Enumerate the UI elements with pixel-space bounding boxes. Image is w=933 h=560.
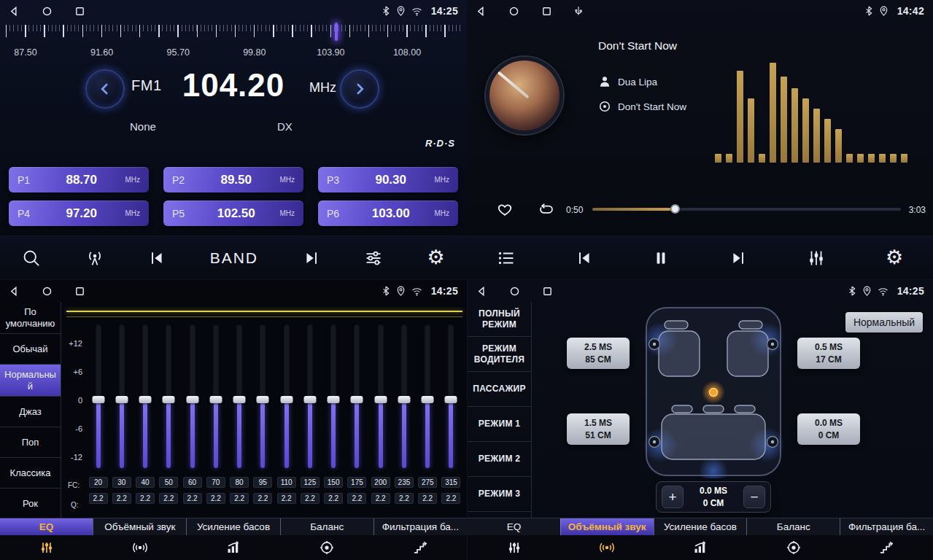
progress-bar[interactable] [592, 208, 901, 211]
sound-mode-item[interactable]: РЕЖИМ ВОДИТЕЛЯ [468, 337, 531, 372]
playlist-icon[interactable] [497, 249, 516, 268]
balance-icon[interactable] [747, 540, 840, 555]
eq-preset-item[interactable]: Классика [0, 458, 61, 489]
sound-mode-item[interactable]: РЕЖИМ 2 [468, 442, 531, 477]
eq-band-slider[interactable] [166, 325, 171, 468]
recents-icon[interactable] [74, 286, 85, 297]
sound-mode-item[interactable]: ПОЛНЫЙ РЕЖИМ [468, 302, 531, 337]
slider-handle[interactable] [445, 396, 457, 403]
eq-preset-item[interactable]: Обычай [0, 334, 61, 365]
slider-handle[interactable] [257, 396, 269, 403]
slider-handle[interactable] [92, 396, 104, 403]
settings-icon[interactable]: ⚙ [427, 248, 445, 268]
back-icon[interactable] [476, 6, 487, 17]
decrease-delay-button[interactable]: − [743, 486, 765, 508]
recents-icon[interactable] [542, 286, 553, 297]
tab-surround[interactable]: Объёмный звук [560, 518, 654, 535]
preset-button-p1[interactable]: P188.70MHz [9, 167, 149, 192]
eq-band-slider[interactable] [190, 325, 195, 468]
back-icon[interactable] [476, 286, 487, 297]
bass-boost-icon[interactable] [187, 540, 280, 555]
tune-settings-icon[interactable] [364, 249, 383, 268]
eq-band-slider[interactable] [143, 325, 147, 468]
tab-balance[interactable]: Баланс [746, 518, 840, 535]
increase-delay-button[interactable]: + [662, 486, 684, 508]
eq-preset-item[interactable]: Нормальный [0, 365, 61, 397]
tune-down-button[interactable] [85, 69, 125, 109]
scan-icon[interactable] [22, 249, 41, 268]
tab-eq[interactable]: EQ [468, 518, 560, 535]
sound-mode-item[interactable]: РЕЖИМ 1 [468, 407, 531, 442]
home-icon[interactable] [42, 6, 53, 17]
filter-icon[interactable] [840, 540, 933, 555]
slider-handle[interactable] [303, 396, 316, 403]
eq-preset-item[interactable]: Джаз [0, 397, 61, 427]
eq-band-slider[interactable] [237, 325, 241, 468]
back-icon[interactable] [9, 286, 20, 297]
slider-handle[interactable] [233, 396, 246, 403]
tune-up-button[interactable] [340, 69, 379, 109]
tab-bass-boost[interactable]: Усиление басов [654, 518, 747, 535]
frequency-scale[interactable]: 87.5091.6095.7099.80103.90108.00 [6, 25, 461, 60]
sound-preset-button[interactable]: Нормальный [845, 312, 923, 332]
band-button[interactable]: BAND [210, 249, 258, 267]
sound-mode-item[interactable]: ПАССАЖИР [468, 372, 531, 407]
recents-icon[interactable] [74, 6, 85, 17]
mixer-icon[interactable] [807, 249, 826, 268]
slider-handle[interactable] [209, 396, 222, 403]
tab-filter[interactable]: Фильтрация ба... [840, 518, 933, 535]
pause-icon[interactable] [652, 249, 670, 267]
tab-eq[interactable]: EQ [0, 518, 93, 535]
balance-icon[interactable] [280, 540, 373, 555]
filter-icon[interactable] [373, 540, 467, 555]
slider-handle[interactable] [280, 396, 293, 403]
eq-band-slider[interactable] [96, 325, 101, 468]
delay-rear-right[interactable]: 0.0 MS 0 CM [797, 413, 860, 445]
eq-preset-item[interactable]: Поп [0, 427, 61, 458]
slider-handle[interactable] [374, 396, 387, 403]
eq-band-slider[interactable] [402, 325, 406, 468]
repeat-icon[interactable] [537, 202, 556, 217]
home-icon[interactable] [508, 6, 519, 17]
eq-band-slider[interactable] [260, 325, 265, 468]
eq-band-slider[interactable] [308, 325, 312, 468]
delay-rear-left[interactable]: 1.5 MS 51 CM [567, 413, 630, 445]
tab-balance[interactable]: Баланс [280, 518, 373, 535]
preset-button-p3[interactable]: P390.30MHz [318, 167, 458, 192]
favorite-icon[interactable] [496, 201, 514, 217]
progress-knob[interactable] [670, 204, 680, 214]
previous-station-icon[interactable] [148, 249, 166, 267]
eq-band-slider[interactable] [120, 325, 124, 468]
slider-handle[interactable] [186, 396, 198, 403]
tab-bass-boost[interactable]: Усиление басов [186, 518, 279, 535]
slider-handle[interactable] [115, 396, 128, 403]
broadcast-icon[interactable] [85, 249, 104, 268]
eq-band-slider[interactable] [214, 325, 218, 468]
bass-boost-icon[interactable] [654, 540, 747, 555]
previous-track-icon[interactable] [576, 249, 593, 267]
tab-surround[interactable]: Объёмный звук [93, 518, 186, 535]
home-icon[interactable] [42, 286, 53, 297]
tab-filter[interactable]: Фильтрация ба... [373, 518, 467, 535]
preset-button-p4[interactable]: P497.20MHz [9, 201, 149, 226]
home-icon[interactable] [509, 286, 520, 297]
eq-icon[interactable] [0, 540, 93, 555]
back-icon[interactable] [9, 6, 20, 17]
surround-icon[interactable] [561, 540, 654, 555]
eq-band-slider[interactable] [449, 325, 453, 468]
eq-band-slider[interactable] [284, 325, 289, 468]
slider-handle[interactable] [351, 396, 363, 403]
slider-handle[interactable] [163, 396, 175, 403]
slider-handle[interactable] [398, 396, 410, 403]
preset-button-p2[interactable]: P289.50MHz [163, 167, 303, 192]
slider-handle[interactable] [422, 396, 434, 403]
eq-preset-item[interactable]: Рок [0, 489, 61, 519]
slider-handle[interactable] [328, 396, 340, 403]
preset-button-p5[interactable]: P5102.50MHz [163, 201, 303, 226]
eq-band-slider[interactable] [379, 325, 383, 468]
eq-preset-item[interactable]: По умолчанию [0, 302, 61, 334]
surround-icon[interactable] [93, 540, 187, 555]
delay-front-left[interactable]: 2.5 MS 85 CM [567, 338, 630, 369]
delay-front-right[interactable]: 0.5 MS 17 CM [797, 338, 860, 369]
sound-mode-item[interactable]: РЕЖИМ 3 [468, 477, 531, 512]
